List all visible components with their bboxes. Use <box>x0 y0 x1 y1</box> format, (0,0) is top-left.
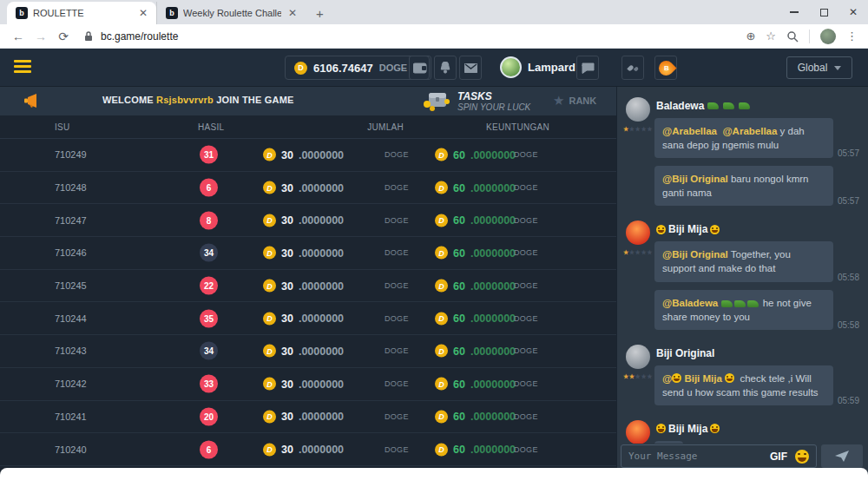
result-badge: 34 <box>200 342 218 360</box>
user-menu[interactable]: Lampard <box>500 56 589 78</box>
paper-plane-icon <box>835 451 849 462</box>
forward-icon[interactable]: → <box>30 30 52 43</box>
doge-coin-icon: D <box>435 181 448 194</box>
gif-button[interactable]: GIF <box>770 451 787 463</box>
new-tab-button[interactable]: + <box>306 6 334 24</box>
chat-username[interactable]: Biji Original <box>656 347 859 359</box>
address-bar[interactable]: bc.game/roulette <box>75 30 746 43</box>
bet-amount: D30.0000000 <box>263 280 344 293</box>
balance-amount: 6106.74647 <box>313 62 373 75</box>
result-badge: 34 <box>200 244 218 262</box>
chat-username[interactable]: Biji Mija <box>656 223 859 235</box>
win-currency: DOGE <box>514 248 538 257</box>
doge-coin-icon: D <box>263 378 276 391</box>
doge-coin-icon: D <box>263 181 276 194</box>
table-row[interactable]: 710245 22 D30.0000000 DOGE D60.0000000 D… <box>0 270 616 303</box>
rank-star-icon: ★ <box>553 94 564 107</box>
rank-widget[interactable]: ★ RANK <box>553 94 596 107</box>
tasks-subtitle: SPIN YOUR LUCK <box>457 102 530 112</box>
win-currency: DOGE <box>514 346 538 355</box>
chat-username[interactable]: Biji Mija <box>656 423 859 435</box>
chat-message: @Biji Original Together, you support and… <box>654 241 859 281</box>
hamburger-menu-icon[interactable] <box>14 60 31 76</box>
chat-username[interactable]: Baladewa <box>656 100 859 112</box>
chat-message: @Arabellaa @Arabellaa y dah sana depo jg… <box>654 118 859 158</box>
chat-toggle-button[interactable] <box>576 56 599 80</box>
player-name: Rsjsbvvrvrb <box>156 95 214 105</box>
browser-toolbar: ← → ⟳ bc.game/roulette ⊕ ☆ ⋮ <box>0 24 868 49</box>
grin-emoji <box>656 424 666 433</box>
zoom-page-icon[interactable]: ⊕ <box>746 30 755 43</box>
avatar[interactable] <box>626 220 650 245</box>
grin-emoji <box>656 225 666 234</box>
back-icon[interactable]: ← <box>7 30 30 43</box>
maximize-button[interactable] <box>809 0 838 24</box>
reload-icon[interactable]: ⟳ <box>52 30 75 43</box>
round-id: 710247 <box>55 215 87 226</box>
avatar[interactable] <box>626 97 650 122</box>
result-badge: 8 <box>200 211 218 229</box>
notifications-button[interactable] <box>434 56 457 80</box>
chat-channel-dropdown[interactable]: Global <box>786 56 852 79</box>
win-amount: D60.0000000 <box>435 312 516 325</box>
minimize-button[interactable] <box>779 0 809 24</box>
table-row[interactable]: 710241 20 D30.0000000 DOGE D60.0000000 D… <box>0 401 616 434</box>
table-row[interactable]: 710240 6 D30.0000000 DOGE D60.0000000 DO… <box>0 433 616 466</box>
round-id: 710240 <box>55 444 87 455</box>
tab-close-icon[interactable]: ✕ <box>137 7 149 19</box>
avatar[interactable] <box>626 420 650 444</box>
coindrop-button[interactable]: B <box>654 56 677 80</box>
wallet-button[interactable] <box>409 56 431 80</box>
results-table-body: 710249 31 D30.0000000 DOGE D60.0000000 D… <box>0 139 616 466</box>
messages-button[interactable] <box>459 56 482 80</box>
bookmark-star-icon[interactable]: ☆ <box>766 30 776 43</box>
toolbar-right: ⊕ ☆ ⋮ <box>746 29 861 44</box>
result-badge: 33 <box>200 375 218 393</box>
win-currency: DOGE <box>514 445 538 454</box>
user-avatar <box>500 56 522 78</box>
win-amount: D60.0000000 <box>435 410 516 423</box>
close-button[interactable]: ✕ <box>838 0 868 24</box>
bell-icon <box>439 62 451 74</box>
avatar[interactable] <box>626 345 650 369</box>
table-row[interactable]: 710243 34 D30.0000000 DOGE D60.0000000 D… <box>0 335 616 368</box>
tab-weekly-challenge[interactable]: b Weekly Roulette Challenge - Wi ✕ <box>156 2 306 24</box>
doge-coin-icon: D <box>263 443 276 456</box>
tasks-widget[interactable]: TASKS SPIN YOUR LUCK <box>423 89 530 113</box>
megaphone-icon <box>23 93 40 109</box>
rain-button[interactable] <box>621 56 644 80</box>
doge-coin-icon: D <box>435 410 448 423</box>
send-button[interactable] <box>821 444 863 468</box>
table-row[interactable]: 710242 33 D30.0000000 DOGE D60.0000000 D… <box>0 368 616 401</box>
username: Lampard <box>528 61 575 74</box>
table-row[interactable]: 710248 6 D30.0000000 DOGE D60.0000000 DO… <box>0 172 616 205</box>
tab-close-icon[interactable]: ✕ <box>286 7 299 19</box>
bet-currency: DOGE <box>385 412 409 421</box>
tasks-title: TASKS <box>457 90 530 102</box>
message-inputbox[interactable]: GIF <box>621 444 817 468</box>
chat-message-input[interactable] <box>628 451 762 462</box>
bottom-sheet <box>0 468 868 487</box>
main-content: WELCOME Rsjsbvvrvrb JOIN THE GAME TASKS … <box>0 87 616 487</box>
table-row[interactable]: 710244 35 D30.0000000 DOGE D60.0000000 D… <box>0 302 616 335</box>
round-id: 710248 <box>55 182 87 193</box>
croc-emoji <box>721 300 733 307</box>
search-icon[interactable] <box>786 30 799 43</box>
doge-coin-icon: D <box>263 148 276 161</box>
table-row[interactable]: 710249 31 D30.0000000 DOGE D60.0000000 D… <box>0 139 616 172</box>
tab-title: ROULETTE <box>33 8 132 18</box>
win-currency: DOGE <box>514 216 538 225</box>
profile-avatar[interactable] <box>820 29 836 44</box>
menu-dots-icon[interactable]: ⋮ <box>846 30 858 43</box>
fireball-icon: B <box>655 57 676 78</box>
rain-icon <box>628 60 639 76</box>
tab-roulette[interactable]: b ROULETTE ✕ <box>7 2 156 24</box>
bet-amount: D30.0000000 <box>263 247 344 260</box>
win-amount: D60.0000000 <box>435 345 516 358</box>
doge-coin-icon: D <box>435 214 448 227</box>
table-row[interactable]: 710246 34 D30.0000000 DOGE D60.0000000 D… <box>0 237 616 270</box>
doge-coin-icon: D <box>435 148 448 161</box>
emoji-picker-icon[interactable] <box>795 450 809 464</box>
win-currency: DOGE <box>514 314 538 323</box>
table-row[interactable]: 710247 8 D30.0000000 DOGE D60.0000000 DO… <box>0 204 616 237</box>
